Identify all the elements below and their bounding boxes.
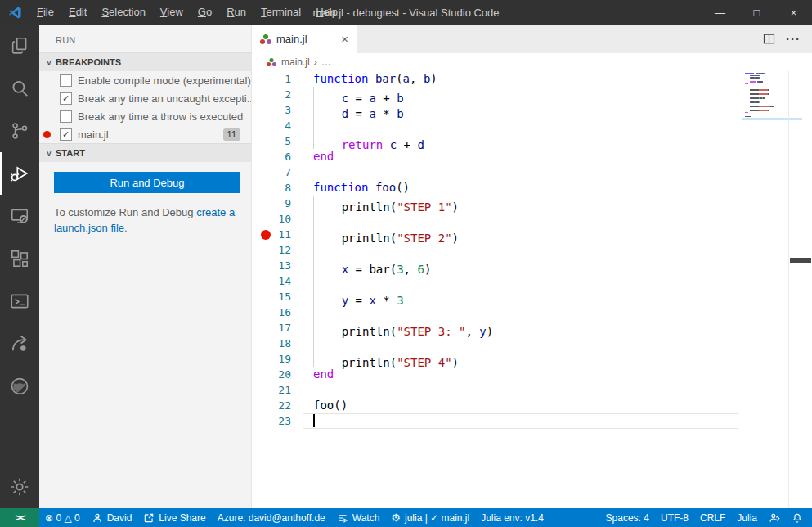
activity-explorer[interactable] <box>0 25 39 67</box>
gutter[interactable]: 2 <box>252 87 313 102</box>
gutter[interactable]: 9 <box>252 196 313 211</box>
activity-settings[interactable] <box>0 466 39 508</box>
activity-remote-explorer[interactable] <box>0 195 39 237</box>
gutter[interactable]: 18 <box>252 336 313 351</box>
tab-close-icon[interactable]: × <box>341 33 348 45</box>
overview-ruler[interactable] <box>788 71 812 508</box>
status-julia-process[interactable]: ⚙julia | ✓ main.jl <box>385 508 475 527</box>
gutter[interactable]: 12 <box>252 242 313 258</box>
menu-go[interactable]: Go <box>191 0 219 25</box>
menu-file[interactable]: File <box>29 0 61 25</box>
status-problems[interactable]: ⊗ 0 △ 0 <box>39 508 86 527</box>
gutter[interactable]: 8 <box>252 180 313 196</box>
status-notifications[interactable] <box>786 508 809 527</box>
code-line[interactable]: 10 <box>252 211 812 227</box>
menu-selection[interactable]: Selection <box>94 0 152 25</box>
split-editor-icon[interactable] <box>762 32 776 46</box>
menu-run[interactable]: Run <box>219 0 253 25</box>
breakpoint-dot-icon[interactable] <box>261 230 271 240</box>
code-line[interactable]: 18 <box>252 336 812 351</box>
breakpoint-checkbox[interactable] <box>60 110 72 123</box>
code-line[interactable]: 22foo() <box>252 398 812 413</box>
status-user-account[interactable]: David <box>86 508 138 527</box>
gutter[interactable]: 14 <box>252 273 313 289</box>
code-line[interactable]: 7 <box>252 164 812 180</box>
activity-run-and-debug[interactable] <box>0 152 39 195</box>
gutter[interactable]: 7 <box>252 164 313 180</box>
breadcrumb-more[interactable]: … <box>321 56 331 68</box>
status-watch[interactable]: Watch <box>331 508 386 527</box>
breakpoint-row[interactable]: ✓main.jl11 <box>39 125 251 143</box>
more-actions-icon[interactable]: ··· <box>786 32 801 46</box>
code-line[interactable]: 16 <box>252 304 812 320</box>
breadcrumb[interactable]: main.jl › … <box>252 53 812 71</box>
activity-github[interactable] <box>0 365 39 408</box>
code-line[interactable]: 4 <box>252 118 812 133</box>
gutter[interactable]: 22 <box>252 398 313 413</box>
maximize-button[interactable]: □ <box>738 0 775 25</box>
gutter[interactable]: 16 <box>252 304 313 320</box>
gutter[interactable]: 1 <box>252 71 313 87</box>
code-line[interactable]: 21 <box>252 382 812 398</box>
status-encoding[interactable]: UTF-8 <box>655 508 694 527</box>
breakpoint-checkbox[interactable]: ✓ <box>60 128 72 141</box>
activity-live-share[interactable] <box>0 322 39 365</box>
gutter[interactable]: 10 <box>252 211 313 227</box>
gutter[interactable]: 3 <box>252 102 313 118</box>
code-line[interactable]: 20end <box>252 367 812 382</box>
gutter[interactable]: 11 <box>252 227 313 242</box>
status-julia-env[interactable]: Julia env: v1.4 <box>475 508 550 527</box>
breakpoint-checkbox[interactable] <box>60 74 72 87</box>
code-line[interactable]: 14 <box>252 273 812 289</box>
menu-help[interactable]: Help <box>308 0 345 25</box>
activity-extensions[interactable] <box>0 237 39 280</box>
remote-indicator[interactable]: >< <box>0 508 39 527</box>
breadcrumb-file[interactable]: main.jl <box>281 56 310 68</box>
breakpoint-row[interactable]: Enable compile mode (experimental) <box>39 71 251 89</box>
gutter[interactable]: 4 <box>252 118 313 133</box>
gutter[interactable]: 20 <box>252 367 313 382</box>
section-breakpoints[interactable]: ∨ BREAKPOINTS <box>39 52 251 71</box>
gutter[interactable]: 13 <box>252 258 313 273</box>
activity-search[interactable] <box>0 67 39 110</box>
gutter[interactable]: 19 <box>252 351 313 367</box>
status-eol[interactable]: CRLF <box>694 508 731 527</box>
tab-main-jl[interactable]: main.jl × <box>252 25 357 53</box>
code-line[interactable]: 13x = bar(3, 6) <box>252 258 812 273</box>
breakpoint-row[interactable]: Break any time a throw is executed <box>39 107 251 125</box>
code-line[interactable]: 15y = x * 3 <box>252 289 812 304</box>
code-line[interactable]: 1function bar(a, b) <box>252 71 812 87</box>
code-line[interactable]: 23 <box>252 413 812 429</box>
minimize-button[interactable]: — <box>702 0 738 25</box>
status-feedback[interactable] <box>763 508 786 527</box>
gutter[interactable]: 15 <box>252 289 313 304</box>
code-line[interactable]: 12 <box>252 242 812 258</box>
breakpoint-row[interactable]: ✓Break any time an uncaught excepti... <box>39 89 251 107</box>
status-azure-account[interactable]: Azure: david@anthoff.de <box>212 508 331 527</box>
gutter[interactable]: 5 <box>252 133 313 149</box>
close-button[interactable]: × <box>775 0 812 25</box>
gutter[interactable]: 6 <box>252 149 313 164</box>
gutter[interactable]: 21 <box>252 382 313 398</box>
activity-source-control[interactable] <box>0 110 39 152</box>
breakpoint-checkbox[interactable]: ✓ <box>60 92 72 105</box>
code-line[interactable]: 5return c + d <box>252 133 812 149</box>
status-indentation[interactable]: Spaces: 4 <box>600 508 655 527</box>
code-line[interactable]: 6end <box>252 149 812 164</box>
menu-edit[interactable]: Edit <box>61 0 94 25</box>
code-line[interactable]: 17println("STEP 3: ", y) <box>252 320 812 336</box>
run-and-debug-button[interactable]: Run and Debug <box>54 172 240 193</box>
code-line[interactable]: 2c = a + b <box>252 87 812 102</box>
code-line[interactable]: 9println("STEP 1") <box>252 196 812 211</box>
menu-view[interactable]: View <box>153 0 191 25</box>
status-live-share[interactable]: Live Share <box>137 508 211 527</box>
code-editor[interactable]: 1function bar(a, b)2c = a + b3d = a * b4… <box>252 71 812 508</box>
code-line[interactable]: 11println("STEP 2") <box>252 227 812 242</box>
code-line[interactable]: 3d = a * b <box>252 102 812 118</box>
section-start[interactable]: ∨ START <box>39 143 251 162</box>
code-line[interactable]: 8function foo() <box>252 180 812 196</box>
gutter[interactable]: 17 <box>252 320 313 336</box>
menu-terminal[interactable]: Terminal <box>253 0 308 25</box>
status-language-mode[interactable]: Julia <box>731 508 763 527</box>
activity-powershell[interactable] <box>0 280 39 322</box>
